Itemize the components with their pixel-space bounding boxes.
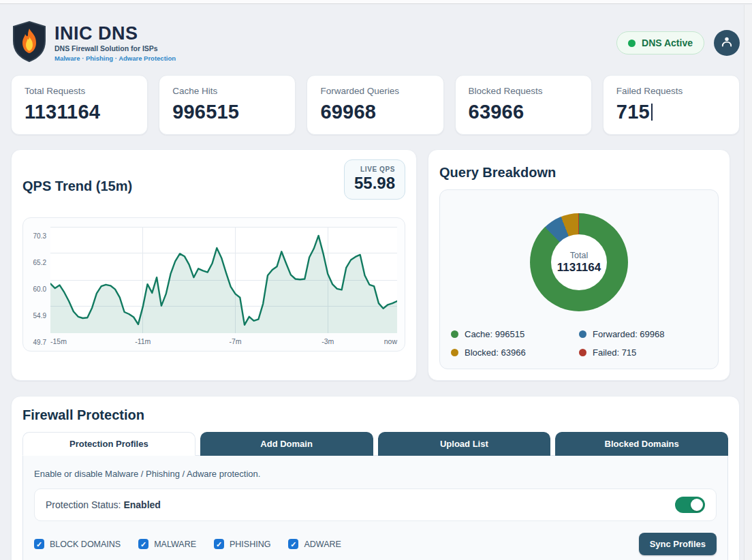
legend-dot bbox=[451, 330, 458, 338]
donut-chart: Total 1131164 bbox=[530, 213, 628, 311]
stat-value: 69968 bbox=[320, 101, 430, 123]
app-title: INIC DNS bbox=[54, 24, 176, 43]
dns-active-badge: DNS Active bbox=[616, 31, 704, 55]
shield-flame-logo-icon bbox=[11, 20, 48, 65]
donut-total-value: 1131164 bbox=[557, 261, 601, 275]
donut-center: Total 1131164 bbox=[551, 234, 607, 290]
stat-card-blocked-requests: Blocked Requests 63966 bbox=[455, 75, 592, 135]
protection-toggle[interactable] bbox=[675, 497, 705, 513]
legend-dot bbox=[579, 349, 586, 356]
checkbox-checked-icon: ✓ bbox=[34, 539, 44, 549]
breakdown-panel-title: Query Breakdown bbox=[439, 165, 719, 181]
stats-row: Total Requests 1131164 Cache Hits 996515… bbox=[11, 75, 740, 135]
protection-checkboxes: ✓ BLOCK DOMAINS ✓ MALWARE ✓ PHISHING ✓ bbox=[34, 539, 341, 549]
stat-value: 1131164 bbox=[25, 101, 134, 123]
stat-card-cache-hits: Cache Hits 996515 bbox=[159, 75, 296, 135]
y-tick-label: 60.0 bbox=[33, 285, 46, 293]
x-tick-label: -3m bbox=[322, 337, 334, 345]
protection-profiles-panel: Enable or disable Malware / Phishing / A… bbox=[22, 455, 728, 560]
text-caret bbox=[651, 104, 653, 121]
tab-protection-profiles[interactable]: Protection Profiles bbox=[22, 432, 195, 456]
firewall-title: Firewall Protection bbox=[22, 407, 728, 423]
checkbox-checked-icon: ✓ bbox=[214, 539, 224, 549]
legend-item-forwarded: Forwarded: 69968 bbox=[579, 329, 707, 339]
toggle-knob-icon bbox=[691, 499, 703, 511]
live-qps-box: LIVE QPS 55.98 bbox=[344, 159, 405, 200]
x-tick-label: -7m bbox=[229, 337, 241, 345]
donut-chart-box: Total 1131164 Cache: 996515 Forwarded: 6… bbox=[439, 189, 719, 369]
legend-item-blocked: Blocked: 63966 bbox=[451, 347, 579, 358]
stat-label: Failed Requests bbox=[616, 86, 726, 96]
donut-total-label: Total bbox=[570, 251, 588, 260]
qps-line-chart bbox=[50, 227, 397, 333]
sync-profiles-button[interactable]: Sync Profiles bbox=[639, 533, 717, 555]
y-tick-label: 65.2 bbox=[33, 258, 46, 266]
app-tagline: Malware · Phishing · Adware Protection bbox=[54, 55, 176, 62]
dns-active-label: DNS Active bbox=[642, 37, 693, 48]
live-qps-value: 55.98 bbox=[354, 174, 395, 193]
stat-label: Forwarded Queries bbox=[320, 86, 430, 96]
checkbox-adware[interactable]: ✓ ADWARE bbox=[288, 539, 341, 549]
protection-status-row: Protection Status: Enabled bbox=[34, 488, 717, 521]
y-tick-label: 70.3 bbox=[33, 232, 46, 240]
firewall-protection-card: Firewall Protection Protection Profiles … bbox=[11, 396, 740, 560]
qps-trend-panel: QPS Trend (15m) LIVE QPS 55.98 70.365.26… bbox=[11, 149, 417, 381]
legend-dot bbox=[451, 349, 458, 356]
user-avatar[interactable] bbox=[714, 30, 740, 56]
stat-card-total-requests: Total Requests 1131164 bbox=[11, 75, 148, 135]
protection-description: Enable or disable Malware / Phishing / A… bbox=[34, 469, 717, 479]
stat-value: 715 bbox=[616, 101, 726, 123]
stat-label: Total Requests bbox=[25, 86, 134, 96]
stat-card-forwarded-queries: Forwarded Queries 69968 bbox=[307, 75, 443, 135]
qps-x-axis: -15m-11m-7m-3mnow bbox=[50, 333, 397, 347]
checkbox-malware[interactable]: ✓ MALWARE bbox=[138, 539, 196, 549]
qps-area-fill bbox=[50, 236, 397, 333]
x-tick-label: -11m bbox=[135, 337, 151, 345]
x-tick-label: now bbox=[384, 337, 397, 345]
protection-status-text: Protection Status: Enabled bbox=[46, 499, 161, 510]
stat-card-failed-requests: Failed Requests 715 bbox=[603, 75, 740, 135]
qps-plot bbox=[50, 227, 397, 333]
x-tick-label: -15m bbox=[50, 337, 67, 345]
tab-blocked-domains[interactable]: Blocked Domains bbox=[555, 432, 728, 456]
status-dot-icon bbox=[628, 40, 636, 47]
tab-upload-list[interactable]: Upload List bbox=[378, 432, 551, 456]
protection-status-value: Enabled bbox=[123, 499, 160, 510]
header: INIC DNS DNS Firewall Solution for ISPs … bbox=[11, 4, 740, 65]
checkbox-checked-icon: ✓ bbox=[288, 539, 298, 549]
stat-value: 63966 bbox=[469, 101, 578, 123]
y-tick-label: 54.9 bbox=[33, 311, 46, 319]
person-icon bbox=[720, 35, 734, 51]
y-tick-label: 49.7 bbox=[33, 339, 46, 346]
checkbox-phishing[interactable]: ✓ PHISHING bbox=[214, 539, 270, 549]
stat-value: 996515 bbox=[172, 101, 282, 123]
firewall-tabs: Protection Profiles Add Domain Upload Li… bbox=[22, 432, 728, 456]
page-scrollbar[interactable] bbox=[744, 5, 752, 560]
live-qps-label: LIVE QPS bbox=[354, 166, 395, 173]
qps-y-axis: 70.365.260.054.949.7 bbox=[29, 227, 50, 333]
qps-chart-box: 70.365.260.054.949.7 -15m-11m-7m-3mnow bbox=[22, 217, 405, 352]
checkbox-block-domains[interactable]: ✓ BLOCK DOMAINS bbox=[34, 539, 121, 549]
checkbox-checked-icon: ✓ bbox=[138, 539, 148, 549]
app-logo: INIC DNS DNS Firewall Solution for ISPs … bbox=[11, 20, 176, 65]
query-breakdown-panel: Query Breakdown Total 1131164 Cache: 996… bbox=[428, 149, 730, 381]
app-screen: INIC DNS DNS Firewall Solution for ISPs … bbox=[0, 0, 752, 560]
tab-add-domain[interactable]: Add Domain bbox=[200, 432, 373, 456]
donut-legend: Cache: 996515 Forwarded: 69968 Blocked: … bbox=[451, 329, 707, 358]
legend-item-cache: Cache: 996515 bbox=[451, 329, 579, 339]
stat-label: Cache Hits bbox=[172, 86, 282, 96]
stat-label: Blocked Requests bbox=[469, 86, 578, 96]
qps-panel-title: QPS Trend (15m) bbox=[22, 178, 132, 194]
app-subtitle: DNS Firewall Solution for ISPs bbox=[54, 44, 176, 52]
legend-dot bbox=[579, 330, 586, 338]
legend-item-failed: Failed: 715 bbox=[579, 347, 707, 358]
